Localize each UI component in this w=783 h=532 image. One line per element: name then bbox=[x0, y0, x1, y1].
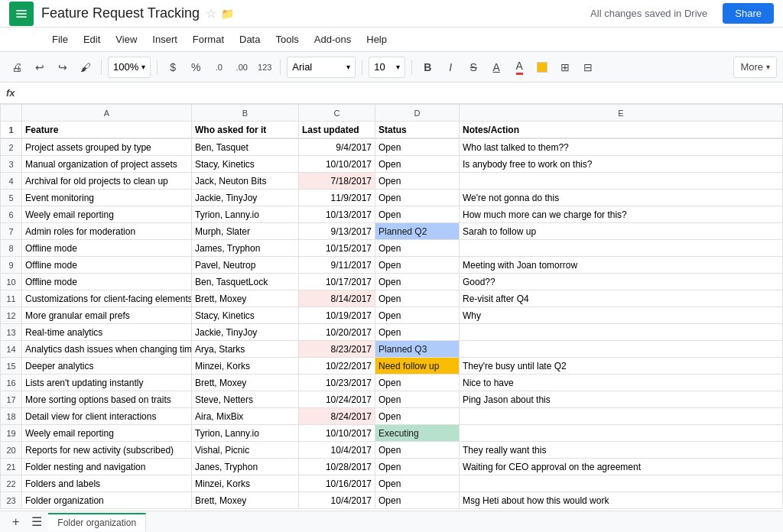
row-14-who[interactable]: Arya, Starks bbox=[192, 341, 299, 358]
row-21-notes[interactable]: Waiting for CEO approval on the agreemen… bbox=[460, 459, 783, 475]
row-12-notes[interactable]: Why bbox=[460, 307, 783, 324]
row-2-status[interactable]: Open bbox=[375, 139, 460, 156]
row-13-status[interactable]: Open bbox=[375, 324, 460, 341]
row-23-who[interactable]: Brett, Moxey bbox=[192, 492, 299, 509]
redo-button[interactable]: ↪ bbox=[52, 57, 73, 78]
row-18-status[interactable]: Open bbox=[375, 408, 460, 425]
row-17-status[interactable]: Open bbox=[375, 391, 460, 408]
text-color-button[interactable]: A bbox=[508, 57, 530, 78]
menu-addons[interactable]: Add-ons bbox=[308, 31, 357, 48]
folder-icon[interactable]: 📁 bbox=[221, 8, 234, 20]
row-14-status[interactable]: Planned Q3 bbox=[375, 341, 460, 358]
row-3-notes[interactable]: Is anybody free to work on this? bbox=[460, 156, 783, 173]
row-12-feature[interactable]: More granular email prefs bbox=[22, 307, 192, 324]
row-16-date[interactable]: 10/23/2017 bbox=[299, 375, 375, 391]
row-4-date[interactable]: 7/18/2017 bbox=[299, 173, 375, 190]
menu-data[interactable]: Data bbox=[233, 31, 266, 48]
row-4-feature[interactable]: Archival for old projects to clean up bbox=[22, 173, 192, 190]
row-14-feature[interactable]: Analytics dash issues when changing time bbox=[22, 341, 192, 358]
row-4-notes[interactable] bbox=[460, 173, 783, 190]
row-18-notes[interactable] bbox=[460, 408, 783, 425]
row-19-date[interactable]: 10/10/2017 bbox=[299, 425, 375, 442]
row-8-status[interactable]: Open bbox=[375, 240, 460, 257]
row-23-status[interactable]: Open bbox=[375, 492, 460, 509]
col-a-header[interactable]: Feature bbox=[22, 122, 192, 138]
font-size-selector[interactable]: 10 ▾ bbox=[369, 57, 405, 78]
add-sheet-button[interactable]: + bbox=[6, 512, 25, 532]
currency-button[interactable]: $ bbox=[162, 57, 184, 78]
row-10-feature[interactable]: Offline mode bbox=[22, 274, 192, 290]
borders-button[interactable]: ⊞ bbox=[554, 57, 576, 78]
row-22-who[interactable]: Minzei, Korks bbox=[192, 475, 299, 492]
row-22-notes[interactable] bbox=[460, 475, 783, 492]
row-5-notes[interactable]: We're not gonna do this bbox=[460, 190, 783, 206]
row-10-notes[interactable]: Good?? bbox=[460, 274, 783, 290]
row-13-who[interactable]: Jackie, TinyJoy bbox=[192, 324, 299, 341]
bold-button[interactable]: B bbox=[417, 57, 438, 78]
menu-insert[interactable]: Insert bbox=[146, 31, 184, 48]
row-11-status[interactable]: Open bbox=[375, 290, 460, 307]
menu-tools[interactable]: Tools bbox=[269, 31, 304, 48]
row-7-notes[interactable]: Sarah to follow up bbox=[460, 223, 783, 240]
menu-edit[interactable]: Edit bbox=[77, 31, 106, 48]
paint-format-button[interactable]: 🖌 bbox=[75, 57, 96, 78]
row-20-status[interactable]: Open bbox=[375, 442, 460, 459]
row-15-who[interactable]: Minzei, Korks bbox=[192, 358, 299, 375]
strikethrough-button[interactable]: S bbox=[463, 57, 484, 78]
undo-button[interactable]: ↩ bbox=[29, 57, 50, 78]
row-11-date[interactable]: 8/14/2017 bbox=[299, 290, 375, 307]
font-selector[interactable]: Arial ▾ bbox=[287, 57, 356, 78]
row-15-feature[interactable]: Deeper analytics bbox=[22, 358, 192, 375]
percent-button[interactable]: % bbox=[185, 57, 206, 78]
row-16-notes[interactable]: Nice to have bbox=[460, 375, 783, 391]
col-b-header[interactable]: Who asked for it bbox=[192, 122, 299, 138]
row-19-notes[interactable] bbox=[460, 425, 783, 442]
row-7-feature[interactable]: Admin roles for moderation bbox=[22, 223, 192, 240]
row-6-feature[interactable]: Weely email reporting bbox=[22, 206, 192, 223]
italic-button[interactable]: I bbox=[440, 57, 461, 78]
row-13-feature[interactable]: Real-time analytics bbox=[22, 324, 192, 341]
col-e-header[interactable]: Notes/Action bbox=[460, 122, 783, 138]
row-17-who[interactable]: Steve, Netters bbox=[192, 391, 299, 408]
row-7-date[interactable]: 9/13/2017 bbox=[299, 223, 375, 240]
fill-color-button[interactable] bbox=[531, 57, 553, 78]
row-9-date[interactable]: 9/11/2017 bbox=[299, 257, 375, 274]
row-18-date[interactable]: 8/24/2017 bbox=[299, 408, 375, 425]
star-icon[interactable]: ☆ bbox=[206, 6, 216, 21]
row-2-notes[interactable]: Who last talked to them?? bbox=[460, 139, 783, 156]
row-21-who[interactable]: Janes, Tryphon bbox=[192, 459, 299, 475]
row-12-status[interactable]: Open bbox=[375, 307, 460, 324]
row-2-feature[interactable]: Project assets grouped by type bbox=[22, 139, 192, 156]
row-18-feature[interactable]: Detail view for client interactions bbox=[22, 408, 192, 425]
row-22-feature[interactable]: Folders and labels bbox=[22, 475, 192, 492]
more-button[interactable]: More ▾ bbox=[733, 57, 777, 78]
row-8-notes[interactable] bbox=[460, 240, 783, 257]
menu-view[interactable]: View bbox=[109, 31, 143, 48]
row-5-status[interactable]: Open bbox=[375, 190, 460, 206]
row-23-date[interactable]: 10/4/2017 bbox=[299, 492, 375, 509]
zoom-selector[interactable]: 100% ▾ bbox=[108, 57, 151, 78]
row-8-feature[interactable]: Offline mode bbox=[22, 240, 192, 257]
row-17-date[interactable]: 10/24/2017 bbox=[299, 391, 375, 408]
row-10-status[interactable]: Open bbox=[375, 274, 460, 290]
row-8-date[interactable]: 10/15/2017 bbox=[299, 240, 375, 257]
decimal-increase-button[interactable]: .00 bbox=[231, 57, 252, 78]
row-19-feature[interactable]: Weely email reporting bbox=[22, 425, 192, 442]
row-23-feature[interactable]: Folder organization bbox=[22, 492, 192, 509]
row-20-feature[interactable]: Reports for new activity (subscribed) bbox=[22, 442, 192, 459]
row-6-status[interactable]: Open bbox=[375, 206, 460, 223]
menu-format[interactable]: Format bbox=[187, 31, 230, 48]
row-8-who[interactable]: James, Tryphon bbox=[192, 240, 299, 257]
row-11-notes[interactable]: Re-visit after Q4 bbox=[460, 290, 783, 307]
row-3-feature[interactable]: Manual organization of project assets bbox=[22, 156, 192, 173]
row-6-notes[interactable]: How much more can we charge for this? bbox=[460, 206, 783, 223]
row-7-status[interactable]: Planned Q2 bbox=[375, 223, 460, 240]
row-16-status[interactable]: Open bbox=[375, 375, 460, 391]
more-formats-button[interactable]: 123 bbox=[254, 57, 275, 78]
col-header-a[interactable]: A bbox=[22, 105, 192, 122]
row-13-date[interactable]: 10/20/2017 bbox=[299, 324, 375, 341]
row-9-who[interactable]: Pavel, Neutrop bbox=[192, 257, 299, 274]
row-4-who[interactable]: Jack, Neuton Bits bbox=[192, 173, 299, 190]
col-header-d[interactable]: D bbox=[375, 105, 460, 122]
row-17-notes[interactable]: Ping Jason about this bbox=[460, 391, 783, 408]
